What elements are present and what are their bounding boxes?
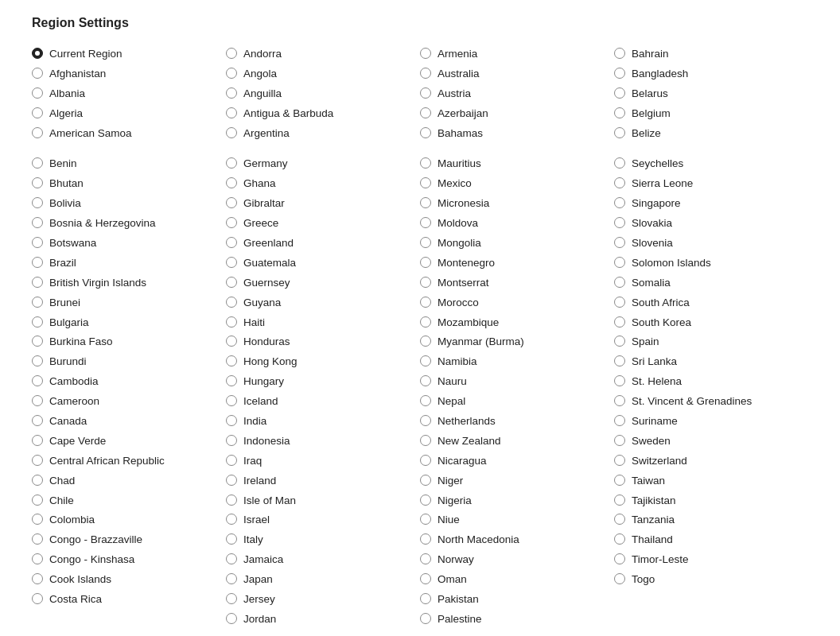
- region-item[interactable]: Mauritius: [420, 154, 614, 174]
- region-item[interactable]: Bahrain: [614, 45, 808, 64]
- region-item[interactable]: Jordan: [226, 610, 420, 630]
- region-item[interactable]: Thailand: [614, 530, 808, 550]
- region-item[interactable]: Honduras: [226, 332, 420, 352]
- region-item[interactable]: Solomon Islands: [614, 254, 808, 273]
- region-item[interactable]: Benin: [32, 154, 226, 174]
- region-item[interactable]: Costa Rica: [32, 590, 226, 610]
- region-item[interactable]: Italy: [226, 530, 420, 550]
- region-item[interactable]: Palestine: [420, 610, 614, 630]
- region-item[interactable]: Togo: [614, 570, 808, 590]
- region-item[interactable]: South Korea: [614, 313, 808, 333]
- region-item[interactable]: Bangladesh: [614, 64, 808, 84]
- region-item[interactable]: Switzerland: [614, 452, 808, 471]
- region-item[interactable]: Somalia: [614, 273, 808, 293]
- region-item[interactable]: Greece: [226, 214, 420, 234]
- region-item[interactable]: Armenia: [420, 45, 614, 64]
- region-item[interactable]: Nigeria: [420, 491, 614, 511]
- region-item[interactable]: Cook Islands: [32, 570, 226, 590]
- region-item[interactable]: Bhutan: [32, 174, 226, 194]
- region-item[interactable]: India: [226, 412, 420, 432]
- region-item[interactable]: Slovenia: [614, 234, 808, 254]
- region-item[interactable]: Jersey: [226, 590, 420, 610]
- region-item[interactable]: Sweden: [614, 432, 808, 452]
- region-item[interactable]: Isle of Man: [226, 491, 420, 511]
- region-item[interactable]: Azerbaijan: [420, 104, 614, 124]
- region-item[interactable]: Morocco: [420, 293, 614, 313]
- region-item[interactable]: Andorra: [226, 45, 420, 64]
- region-item[interactable]: Austria: [420, 84, 614, 104]
- region-item[interactable]: Oman: [420, 570, 614, 590]
- region-item[interactable]: Guyana: [226, 293, 420, 313]
- region-item[interactable]: Burkina Faso: [32, 332, 226, 352]
- region-item[interactable]: Netherlands: [420, 412, 614, 432]
- region-item[interactable]: Niger: [420, 471, 614, 491]
- region-item[interactable]: Niue: [420, 510, 614, 530]
- region-item[interactable]: Jamaica: [226, 550, 420, 570]
- region-item[interactable]: Angola: [226, 64, 420, 84]
- region-item[interactable]: Antigua & Barbuda: [226, 104, 420, 124]
- region-item[interactable]: Congo - Brazzaville: [32, 530, 226, 550]
- region-item[interactable]: Iceland: [226, 392, 420, 412]
- region-item[interactable]: Sri Lanka: [614, 352, 808, 372]
- region-item[interactable]: Germany: [226, 154, 420, 174]
- region-item[interactable]: Sierra Leone: [614, 174, 808, 194]
- region-item[interactable]: Nepal: [420, 392, 614, 412]
- region-item[interactable]: Timor-Leste: [614, 550, 808, 570]
- region-item[interactable]: American Samoa: [32, 124, 226, 144]
- region-item[interactable]: Myanmar (Burma): [420, 332, 614, 352]
- region-item[interactable]: Bulgaria: [32, 313, 226, 333]
- region-item[interactable]: Namibia: [420, 352, 614, 372]
- region-item[interactable]: Norway: [420, 550, 614, 570]
- region-item[interactable]: Iraq: [226, 452, 420, 471]
- region-item[interactable]: Nauru: [420, 372, 614, 392]
- region-item[interactable]: Mozambique: [420, 313, 614, 333]
- region-item[interactable]: Colombia: [32, 510, 226, 530]
- region-item[interactable]: Cape Verde: [32, 432, 226, 452]
- region-item[interactable]: Tanzania: [614, 510, 808, 530]
- region-item[interactable]: Chile: [32, 491, 226, 511]
- region-item[interactable]: Bolivia: [32, 194, 226, 214]
- region-item[interactable]: Moldova: [420, 214, 614, 234]
- region-item[interactable]: Japan: [226, 570, 420, 590]
- region-item[interactable]: Nicaragua: [420, 452, 614, 471]
- region-item[interactable]: Hong Kong: [226, 352, 420, 372]
- region-item[interactable]: Ghana: [226, 174, 420, 194]
- region-item[interactable]: Bahamas: [420, 124, 614, 144]
- region-item[interactable]: Belize: [614, 124, 808, 144]
- region-item[interactable]: Singapore: [614, 194, 808, 214]
- region-item[interactable]: Mongolia: [420, 234, 614, 254]
- region-item[interactable]: Guernsey: [226, 273, 420, 293]
- region-item[interactable]: Bosnia & Herzegovina: [32, 214, 226, 234]
- region-item[interactable]: Taiwan: [614, 471, 808, 491]
- region-item[interactable]: Cambodia: [32, 372, 226, 392]
- region-item[interactable]: St. Vincent & Grenadines: [614, 392, 808, 412]
- region-item[interactable]: Congo - Kinshasa: [32, 550, 226, 570]
- region-item[interactable]: Chad: [32, 471, 226, 491]
- region-item[interactable]: St. Helena: [614, 372, 808, 392]
- region-item[interactable]: Indonesia: [226, 432, 420, 452]
- region-item[interactable]: New Zealand: [420, 432, 614, 452]
- region-item[interactable]: Spain: [614, 332, 808, 352]
- region-item[interactable]: Brazil: [32, 254, 226, 273]
- region-item[interactable]: Canada: [32, 412, 226, 432]
- region-item[interactable]: Afghanistan: [32, 64, 226, 84]
- region-item[interactable]: Haiti: [226, 313, 420, 333]
- region-item[interactable]: Australia: [420, 64, 614, 84]
- region-item[interactable]: Cameroon: [32, 392, 226, 412]
- region-item[interactable]: Gibraltar: [226, 194, 420, 214]
- region-item[interactable]: Pakistan: [420, 590, 614, 610]
- region-item[interactable]: Greenland: [226, 234, 420, 254]
- region-item[interactable]: Tajikistan: [614, 491, 808, 511]
- region-item[interactable]: Burundi: [32, 352, 226, 372]
- region-item[interactable]: Seychelles: [614, 154, 808, 174]
- region-item[interactable]: Current Region: [32, 45, 226, 64]
- region-item[interactable]: British Virgin Islands: [32, 273, 226, 293]
- region-item[interactable]: Albania: [32, 84, 226, 104]
- region-item[interactable]: Brunei: [32, 293, 226, 313]
- region-item[interactable]: Suriname: [614, 412, 808, 432]
- region-item[interactable]: Belarus: [614, 84, 808, 104]
- region-item[interactable]: Guatemala: [226, 254, 420, 273]
- region-item[interactable]: Belgium: [614, 104, 808, 124]
- region-item[interactable]: Micronesia: [420, 194, 614, 214]
- region-item[interactable]: Mexico: [420, 174, 614, 194]
